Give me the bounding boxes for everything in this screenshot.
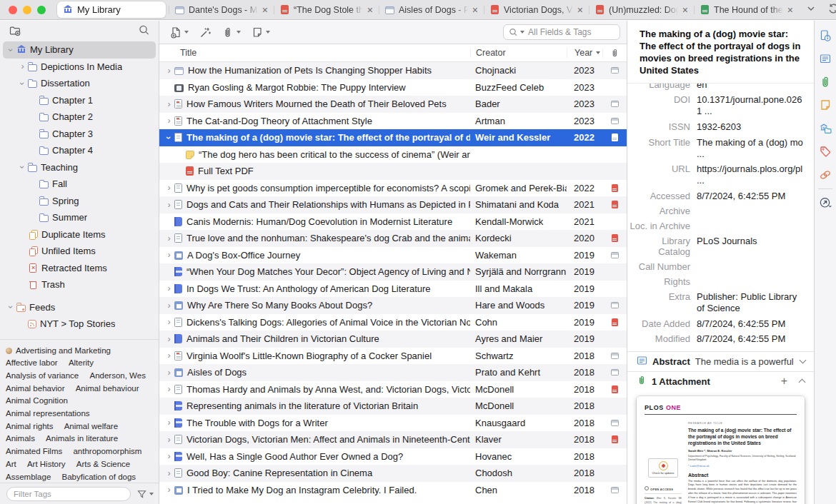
item-row[interactable]: Full Text PDF (159, 163, 627, 180)
tab-close-icon[interactable] (262, 5, 268, 15)
collection-row[interactable]: Feeds (3, 299, 156, 316)
sync-icon[interactable] (827, 3, 836, 16)
twisty-icon[interactable] (164, 99, 174, 109)
abstract-icon[interactable] (818, 52, 832, 66)
item-row[interactable]: How the Humanization of Pets Is Changing… (159, 62, 627, 79)
tag[interactable]: anthropomorphism (73, 445, 141, 458)
tags-icon[interactable] (818, 145, 832, 158)
tab[interactable]: My Library (57, 1, 166, 18)
field-row[interactable]: Loc. in Archive (627, 219, 814, 234)
close-window-button[interactable] (9, 6, 17, 14)
tag[interactable]: Animated Films (6, 445, 62, 458)
tag[interactable]: Animals in literature (46, 433, 118, 445)
item-row[interactable]: Animals and Their Children in Victorian … (159, 331, 627, 348)
tag[interactable]: Affective labor (6, 357, 58, 370)
tab[interactable]: Aisles of Dogs - Pra (379, 0, 484, 20)
collection-row[interactable]: NYT > Top Stories (3, 316, 156, 333)
item-row[interactable]: Dogs and Cats and Their Relationships wi… (159, 196, 627, 213)
new-item-button[interactable] (166, 25, 191, 40)
twisty-icon[interactable] (17, 61, 28, 71)
item-row[interactable]: A Dog's Box-Office Journey Wakeman 2019 (159, 247, 627, 264)
tab[interactable]: The Hound of the Ba (694, 0, 799, 20)
tag[interactable]: Animal behavior (6, 383, 64, 395)
twisty-icon[interactable] (164, 200, 174, 210)
item-row[interactable]: Ryan Gosling & Margot Robbie: The Puppy … (159, 79, 627, 96)
twisty-icon[interactable] (164, 368, 174, 378)
collection-row[interactable]: Spring (3, 193, 156, 210)
twisty-icon[interactable] (6, 302, 16, 312)
add-attachment-button[interactable] (219, 25, 244, 40)
field-value[interactable]: 10.1371/journal.pone.0261 ... (697, 94, 807, 117)
tag[interactable]: Anderson, Wes (89, 370, 145, 383)
item-row[interactable]: The Cat-and-Dog Theory of Attachment Sty… (159, 113, 627, 130)
collection-row[interactable]: Summer (3, 209, 156, 226)
twisty-icon[interactable] (17, 79, 28, 89)
field-row[interactable]: Short Title The making of a (dog) mo ... (627, 135, 814, 162)
new-collection-icon[interactable] (9, 24, 21, 39)
twisty-icon[interactable] (164, 283, 174, 293)
field-row[interactable]: Modified 8/7/2024, 6:42:55 PM (627, 331, 814, 347)
tag-filter-options-icon[interactable] (136, 489, 154, 499)
expand-abstract-chevron-icon[interactable] (800, 357, 807, 364)
abstract-section[interactable]: Abstract The media is a powerful forc... (627, 351, 814, 371)
item-row[interactable]: Representing animals in the literature o… (159, 398, 627, 415)
twisty-icon[interactable] (164, 233, 174, 243)
tag[interactable]: Advertising and Marketing (6, 345, 111, 358)
twisty-icon[interactable] (164, 435, 174, 445)
field-value[interactable]: 8/7/2024, 6:42:55 PM (697, 191, 807, 202)
twisty-icon[interactable] (164, 384, 174, 394)
attachments-icon[interactable] (818, 75, 832, 89)
twisty-icon[interactable] (164, 468, 174, 478)
collection-row[interactable]: Fall (3, 176, 156, 193)
twisty-icon[interactable] (164, 418, 174, 428)
tag[interactable]: Animal welfare (64, 420, 118, 433)
collection-row[interactable]: Chapter 1 (3, 92, 156, 109)
field-value[interactable]: 8/7/2024, 6:42:55 PM (697, 318, 807, 330)
item-row[interactable]: True love and the nonhuman: Shakespeare'… (159, 230, 627, 247)
item-row[interactable]: Why is pet goods consumption imperceptib… (159, 180, 627, 197)
locate-icon[interactable] (818, 196, 832, 209)
column-header-creator[interactable]: Creator (470, 48, 567, 58)
item-row[interactable]: I Tried to Make My Dog an Instagram Cele… (159, 482, 627, 499)
related-icon[interactable] (818, 168, 832, 181)
twisty-icon[interactable] (164, 317, 174, 327)
tab-list-chevron-icon[interactable] (806, 4, 816, 16)
column-header-title[interactable]: Title (159, 48, 470, 58)
field-value[interactable]: The making of a (dog) mo ... (697, 137, 807, 160)
twisty-icon[interactable] (164, 133, 174, 143)
field-value[interactable]: Publisher: Public Library of Science (697, 291, 807, 314)
item-row[interactable]: Aisles of Dogs Prato and Kehrt 2018 (159, 364, 627, 381)
item-row[interactable]: Well, Has a Single Good Author Ever Owne… (159, 448, 627, 465)
tab-close-icon[interactable] (472, 5, 478, 15)
field-value[interactable]: https://journals.plos.org/pl ... (697, 163, 807, 186)
item-row[interactable]: Why Are There So Many Books About Dogs? … (159, 297, 627, 314)
collection-row[interactable]: Retracted Items (3, 260, 156, 277)
item-row[interactable]: Canis Modernis: Human/Dog Coevolution in… (159, 213, 627, 231)
tag[interactable]: Animal Cognition (6, 395, 68, 408)
twisty-icon[interactable] (164, 334, 174, 344)
field-row[interactable]: Extra Publisher: Public Library of Scien… (627, 289, 814, 316)
item-row[interactable]: “The dog hero has been critical to the s… (159, 146, 627, 163)
item-row[interactable]: Virginia Woolf's Little-Known Biography … (159, 348, 627, 365)
item-row[interactable]: The making of a (dog) movie star: The ef… (159, 129, 627, 146)
tag[interactable]: Art History (27, 458, 66, 471)
collection-row[interactable]: Duplicate Items (3, 226, 156, 243)
tag[interactable]: Animals (6, 433, 35, 445)
collection-row[interactable]: Depictions In Media (3, 59, 156, 76)
tag[interactable]: Animal representations (6, 408, 90, 420)
field-row[interactable]: Library Catalog PLoS Journals (627, 234, 814, 260)
twisty-icon[interactable] (164, 451, 174, 461)
pdf-preview[interactable]: PLOS ONE Check for updates OPEN ACCESS C… (637, 396, 805, 504)
collection-row[interactable]: Chapter 3 (3, 126, 156, 143)
column-header-year[interactable]: Year (567, 48, 602, 58)
tag[interactable]: Arts & Science (76, 458, 130, 471)
field-row[interactable]: Language en (627, 84, 814, 93)
tab-close-icon[interactable] (367, 5, 373, 15)
tab[interactable]: Dante's Dogs - Man (169, 0, 274, 20)
collection-row[interactable]: Dissertation (3, 75, 156, 92)
minimize-window-button[interactable] (23, 6, 31, 14)
field-value[interactable]: 8/7/2024, 6:42:55 PM (697, 333, 807, 345)
item-row[interactable]: “When Your Dog Matches Your Decor”: Obje… (159, 263, 627, 281)
field-row[interactable]: URL https://journals.plos.org/pl ... (627, 161, 814, 188)
tab[interactable]: “The Dog Stole the F (274, 0, 379, 20)
